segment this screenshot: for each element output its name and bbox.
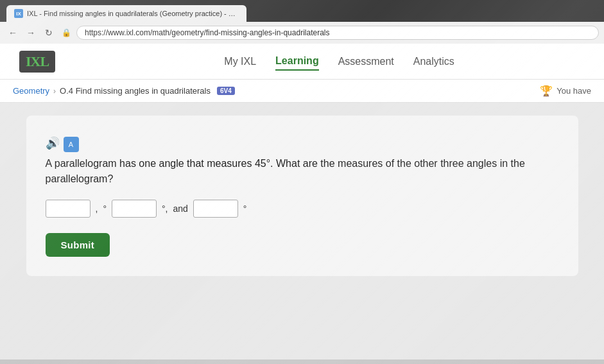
trophy-icon: 🏆 [540, 85, 553, 97]
degree-3: ° [243, 204, 247, 214]
you-have-area: 🏆 You have [540, 85, 591, 97]
sound-icon[interactable]: 🔊 [46, 135, 60, 152]
problem-card: 🔊 A A parallelogram has one angle that m… [26, 116, 578, 276]
forward-button[interactable]: → [23, 25, 39, 40]
breadcrumb-arrow: › [53, 87, 56, 96]
browser-chrome: IX IXL - Find missing angles in quadrila… [0, 0, 604, 22]
ixl-logo[interactable]: IXL [19, 51, 55, 73]
ixl-header: IXL My IXL Learning Assessment Analytics [0, 44, 604, 80]
refresh-button[interactable]: ↻ [41, 25, 56, 40]
tab-title: IXL - Find missing angles in quadrilater… [27, 10, 239, 17]
breadcrumb: Geometry › O.4 Find missing angles in qu… [13, 86, 235, 96]
back-button[interactable]: ← [5, 25, 21, 40]
tab-bar: IX IXL - Find missing angles in quadrila… [6, 4, 598, 22]
breadcrumb-bar: Geometry › O.4 Find missing angles in qu… [0, 80, 604, 103]
submit-button[interactable]: Submit [46, 233, 110, 257]
logo-xl: XL [31, 53, 49, 69]
browser-tab[interactable]: IX IXL - Find missing angles in quadrila… [6, 5, 246, 22]
breadcrumb-section: O.4 Find missing angles in quadrilateral… [60, 86, 211, 96]
translate-icon[interactable]: A [64, 137, 79, 152]
nav-my-ixl[interactable]: My IXL [224, 53, 256, 70]
nav-buttons: ← → ↻ [5, 25, 56, 40]
you-have-text: You have [557, 86, 591, 96]
nav-analytics[interactable]: Analytics [413, 53, 454, 70]
nav-assessment[interactable]: Assessment [338, 53, 394, 70]
main-content: 🔊 A A parallelogram has one angle that m… [0, 103, 604, 360]
lock-icon: 🔒 [62, 28, 71, 37]
tab-favicon: IX [14, 9, 23, 18]
address-input[interactable] [76, 26, 599, 40]
nav-learning[interactable]: Learning [275, 53, 319, 71]
and-text: and [173, 204, 188, 214]
grade-badge: 6V4 [217, 87, 235, 95]
answer-input-2[interactable] [112, 200, 157, 218]
main-nav: My IXL Learning Assessment Analytics [94, 53, 585, 71]
address-bar-row: ← → ↻ 🔒 [0, 22, 604, 44]
logo-i: I [26, 53, 31, 69]
answer-row: , ° °, and ° [46, 200, 559, 218]
problem-statement: A parallelogram has one angle that measu… [46, 156, 559, 187]
problem-text: 🔊 A A parallelogram has one angle that m… [46, 135, 559, 187]
degree-2: °, [162, 204, 168, 214]
answer-input-1[interactable] [46, 200, 91, 218]
degree-sym-1: ° [103, 204, 107, 214]
answer-input-3[interactable] [193, 200, 238, 218]
breadcrumb-geometry[interactable]: Geometry [13, 86, 49, 96]
degree-1: , [96, 204, 98, 214]
